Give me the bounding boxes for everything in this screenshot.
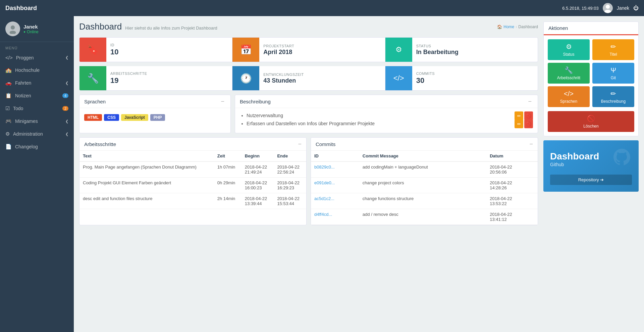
fahrten-icon: 🚗 <box>5 80 12 86</box>
arbeitsschritte-minimize-button[interactable]: − <box>298 141 302 147</box>
notizen-badge: 4 <box>62 93 68 98</box>
commit-link[interactable]: ac5d1c2... <box>314 196 334 201</box>
row-id: d4ff4cd... <box>311 209 359 225</box>
desc-item-actions-2: ✏ 🚫 <box>515 120 533 128</box>
table-row: desc edit and function files structure 2… <box>79 193 306 209</box>
aktionen-beschreibung-button[interactable]: ✏ Beschreibung <box>592 86 634 107</box>
stat-card-id: 🔖 ID 10 <box>79 38 232 62</box>
aktionen-grid: ⚙ Status ✏ Titel 🔧 Arbeitsschritt Ψ Git <box>544 35 638 111</box>
aktionen-arbeitsschritt-label: Arbeitsschritt <box>557 76 580 80</box>
topbar-username: Janek <box>617 5 629 11</box>
row-id: e091de0... <box>311 178 359 193</box>
notizen-icon: 📋 <box>5 93 12 99</box>
arbeitsschritte-table: Text Zeit Beginn Ende Prog. Main Page an… <box>79 151 306 209</box>
row-datum: 2018-04-2213:41:12 <box>486 209 538 225</box>
sidebar-item-minigames[interactable]: 🎮 Minigames ❮ <box>0 115 74 128</box>
desc-item-text-2: Erfassen und Darstellen von Infos über P… <box>247 121 375 126</box>
sprachen-minimize-button[interactable]: − <box>219 98 226 104</box>
topbar: Dashboard 6.5.2018, 15:49:03 Janek ⏻ <box>0 0 644 16</box>
sidebar-item-hochschule[interactable]: 🏫 Hochschule <box>0 64 74 77</box>
aktionen-sprachen-button[interactable]: </> Sprachen <box>548 86 590 107</box>
minigames-icon: 🎮 <box>5 118 12 124</box>
row-message: add codingMain + languageDonut <box>359 161 486 178</box>
desc-delete-button-1[interactable]: 🚫 <box>524 111 533 120</box>
beschreibung-action-icon: ✏ <box>610 90 616 98</box>
aktionen-card: Aktionen ⚙ Status ✏ Titel 🔧 Arbeitsschri… <box>543 21 639 136</box>
stat-value-id: 10 <box>110 48 118 56</box>
titel-icon: ✏ <box>610 43 616 51</box>
stat-icon-status: ⚙ <box>385 38 412 62</box>
row-text: desc edit and function files structure <box>79 193 214 209</box>
stat-card-status: ⚙ STATUS In Bearbeitung <box>385 38 538 62</box>
sidebar: Janek Online Menü </> Proggen ❮ 🏫 Hochsc… <box>0 16 74 332</box>
github-repo-button[interactable]: Repository ➔ <box>550 175 632 185</box>
aktionen-titel-label: Titel <box>609 52 617 57</box>
col-message: Commit Message <box>359 151 486 161</box>
stat-cards-row1: 🔖 ID 10 📅 PROJEKTSTART April 2018 ⚙ <box>79 37 538 62</box>
aktionen-git-button[interactable]: Ψ Git <box>592 63 634 84</box>
aktionen-titel-button[interactable]: ✏ Titel <box>592 39 634 60</box>
proggen-icon: </> <box>5 55 13 60</box>
sidebar-item-administration[interactable]: ⚙ Administration ❮ <box>0 128 74 140</box>
bottom-row: Arbeitsschritte − Text Zeit Beginn Ende <box>79 137 538 225</box>
changelog-icon: 📄 <box>5 144 12 150</box>
sidebar-item-changelog[interactable]: 📄 Changelog <box>0 140 74 153</box>
row-id: ac5d1c2... <box>311 193 359 209</box>
stat-icon-projektstart: 📅 <box>232 38 259 62</box>
row-ende: 2018-04-2215:53:44 <box>274 193 306 209</box>
beschreibung-item-2: Erfassen und Darstellen von Infos über P… <box>247 121 533 126</box>
git-icon: Ψ <box>610 66 616 74</box>
topbar-right: 6.5.2018, 15:49:03 Janek ⏻ <box>562 3 639 13</box>
loeschen-button[interactable]: 🚫 Löschen <box>548 111 634 132</box>
arbeitsschritt-icon: 🔧 <box>565 66 573 74</box>
row-text: Coding Projekt GUI Element Farben geände… <box>79 178 214 193</box>
row-zeit: 0h 29min <box>214 178 241 193</box>
beschreibung-minimize-button[interactable]: − <box>527 98 533 104</box>
desc-edit-button-1[interactable]: ✏ <box>515 111 523 120</box>
commits-table: ID Commit Message Datum b0829c0... add c… <box>311 151 538 225</box>
commit-link[interactable]: e091de0... <box>314 180 335 185</box>
stat-icon-id: 🔖 <box>79 38 106 62</box>
stat-card-arbeitsschritte: 🔧 ARBEITSSCHRITTE 19 <box>79 66 232 90</box>
stat-label-commits: COMMITS <box>416 72 435 76</box>
sidebar-item-label: Administration <box>13 131 43 137</box>
row-text: Prog. Main Page angefangen (Sprachen Don… <box>79 161 214 178</box>
row-datum: 2018-04-2213:53:22 <box>486 193 538 209</box>
commits-minimize-button[interactable]: − <box>529 141 533 147</box>
table-row: ac5d1c2... change functions structure 20… <box>311 193 538 209</box>
sidebar-item-proggen[interactable]: </> Proggen ❮ <box>0 51 74 64</box>
desc-edit-button-2[interactable]: ✏ <box>515 120 523 128</box>
aktionen-arbeitsschritt-button[interactable]: 🔧 Arbeitsschritt <box>548 63 590 84</box>
aktionen-status-label: Status <box>563 52 574 57</box>
stat-icon-arbeitsschritte: 🔧 <box>79 66 106 90</box>
commit-link[interactable]: d4ff4cd... <box>314 212 332 217</box>
breadcrumb: 🏠 Home › Dashboard <box>497 25 538 29</box>
table-row: d4ff4cd... add / remove desc 2018-04-221… <box>311 209 538 225</box>
sidebar-item-label: Notizen <box>15 93 31 98</box>
aktionen-sprachen-label: Sprachen <box>560 99 577 104</box>
stat-value-arbeitsschritte: 19 <box>110 76 147 85</box>
breadcrumb-home-icon: 🏠 <box>497 25 502 29</box>
sidebar-item-fahrten[interactable]: 🚗 Fahrten ❮ <box>0 77 74 89</box>
stat-card-projektstart: 📅 PROJEKTSTART April 2018 <box>232 38 385 62</box>
aktionen-status-button[interactable]: ⚙ Status <box>548 39 590 60</box>
desc-delete-button-2[interactable]: 🚫 <box>524 120 533 128</box>
todo-icon: ☑ <box>5 105 10 111</box>
commit-link[interactable]: b0829c0... <box>314 164 335 170</box>
sidebar-item-notizen[interactable]: 📋 Notizen 4 <box>0 89 74 102</box>
row-message: change project colors <box>359 178 486 193</box>
beschreibung-item-1: Nutzerverwaltung ✏ 🚫 <box>247 113 533 118</box>
stat-label-id: ID <box>110 43 118 47</box>
stat-cards-row2: 🔧 ARBEITSSCHRITTE 19 🕐 ENTWICKLUNGSZEIT … <box>79 66 538 91</box>
power-icon[interactable]: ⏻ <box>633 5 639 11</box>
row-beginn: 2018-04-2216:00:23 <box>241 178 274 193</box>
sprachen-header: Sprachen − <box>79 95 230 108</box>
row-message: change functions structure <box>359 193 486 209</box>
lang-tag-php: PHP <box>150 114 165 121</box>
main-content: Dashboard Hier siehst du alle Infos zum … <box>74 16 543 332</box>
loeschen-row: 🚫 Löschen <box>544 111 638 136</box>
breadcrumb-home-link[interactable]: Home <box>503 25 514 29</box>
stat-card-commits: </> COMMITS 30 <box>385 66 538 90</box>
sidebar-item-todo[interactable]: ☑ Todo 2 <box>0 102 74 115</box>
row-zeit: 1h 07min <box>214 161 241 178</box>
